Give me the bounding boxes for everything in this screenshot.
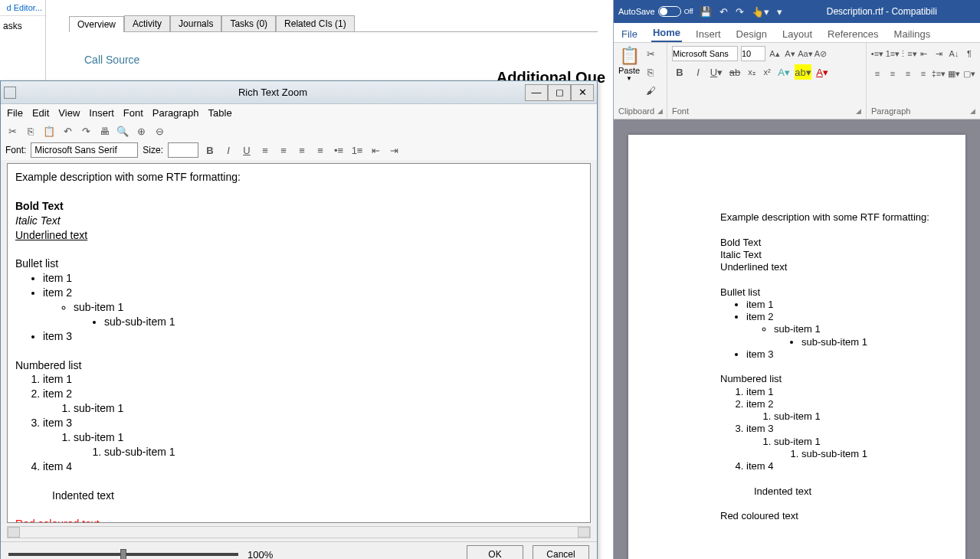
- underline-button[interactable]: U▾: [709, 64, 724, 80]
- ribbon-tab-design[interactable]: Design: [735, 26, 769, 42]
- zoom-out-icon[interactable]: ⊖: [152, 124, 166, 138]
- clipboard-dialog-launcher-icon[interactable]: ◢: [657, 107, 663, 115]
- word-document-area[interactable]: Example description with some RTF format…: [614, 119, 980, 559]
- subscript-button[interactable]: x₂: [746, 64, 758, 80]
- cut-icon[interactable]: ✂: [5, 124, 19, 138]
- clear-formatting-icon[interactable]: A⊘: [814, 46, 827, 61]
- format-painter-icon[interactable]: 🖌: [643, 83, 658, 98]
- minimize-button[interactable]: —: [525, 84, 548, 101]
- outdent-icon[interactable]: ⇤: [369, 143, 382, 157]
- menu-paragraph[interactable]: Paragraph: [152, 107, 199, 119]
- cut-icon[interactable]: ✂: [643, 46, 658, 61]
- superscript-button[interactable]: x²: [761, 64, 773, 80]
- align-right-icon[interactable]: ≡: [295, 143, 309, 157]
- tab-journals[interactable]: Journals: [170, 15, 221, 31]
- font-dialog-launcher-icon[interactable]: ◢: [856, 107, 861, 115]
- menu-edit[interactable]: Edit: [32, 107, 49, 119]
- bold-button[interactable]: B: [203, 143, 217, 157]
- ok-button[interactable]: OK: [467, 545, 523, 559]
- undo-icon[interactable]: ↶: [61, 124, 74, 138]
- ribbon-tab-home[interactable]: Home: [651, 25, 682, 42]
- editor-numbered-header: Numbered list: [15, 358, 582, 373]
- numbering-icon[interactable]: 1≡▾: [887, 46, 899, 61]
- bullet-list-icon[interactable]: •≡: [332, 143, 346, 157]
- find-icon[interactable]: 🔍: [116, 124, 129, 138]
- close-button[interactable]: ✕: [571, 84, 594, 101]
- menu-insert[interactable]: Insert: [89, 107, 114, 119]
- ribbon-tab-references[interactable]: References: [826, 26, 880, 42]
- change-case-icon[interactable]: Aa▾: [799, 46, 811, 61]
- align-left-icon[interactable]: ≡: [258, 143, 272, 157]
- menu-file[interactable]: File: [7, 107, 23, 119]
- word-page[interactable]: Example description with some RTF format…: [628, 135, 965, 559]
- font-size-select[interactable]: [168, 142, 198, 158]
- horizontal-scrollbar[interactable]: [7, 526, 591, 538]
- cancel-button[interactable]: Cancel: [533, 545, 589, 559]
- multilevel-icon[interactable]: ⋮≡▾: [902, 46, 914, 61]
- menu-table[interactable]: Table: [208, 107, 232, 119]
- ribbon-tab-file[interactable]: File: [620, 26, 639, 42]
- menu-view[interactable]: View: [58, 107, 80, 119]
- tab-related-cis[interactable]: Related CIs (1): [276, 15, 355, 31]
- tab-tasks[interactable]: Tasks (0): [221, 15, 276, 31]
- copy-icon[interactable]: ⎘: [643, 64, 658, 80]
- zoom-in-icon[interactable]: ⊕: [134, 124, 148, 138]
- font-color-icon[interactable]: A▾: [814, 64, 830, 80]
- text-effects-icon[interactable]: A▾: [776, 64, 792, 80]
- paragraph-dialog-launcher-icon[interactable]: ◢: [970, 107, 975, 115]
- borders-icon[interactable]: ▢▾: [963, 66, 975, 81]
- paste-button[interactable]: 📋 Paste ▼: [618, 46, 640, 98]
- list-item: sub-sub-item 1: [104, 445, 582, 459]
- editor-link[interactable]: d Editor...: [0, 0, 45, 16]
- grow-font-icon[interactable]: A▴: [769, 46, 781, 61]
- indent-icon[interactable]: ⇥: [387, 143, 401, 157]
- touch-mode-icon[interactable]: 👆▾: [752, 6, 769, 18]
- autosave-toggle[interactable]: AutoSave Off: [618, 6, 693, 17]
- copy-icon[interactable]: ⎘: [24, 124, 38, 138]
- shrink-font-icon[interactable]: A▾: [784, 46, 796, 61]
- line-spacing-icon[interactable]: ‡≡▾: [932, 66, 945, 81]
- align-justify-icon[interactable]: ≡: [313, 143, 327, 157]
- font-family-select[interactable]: [31, 142, 138, 158]
- highlight-icon[interactable]: ab▾: [795, 64, 811, 80]
- autosave-switch[interactable]: [658, 6, 681, 17]
- tab-overview[interactable]: Overview: [69, 16, 124, 32]
- align-center-icon[interactable]: ≡: [277, 143, 290, 157]
- redo-icon[interactable]: ↷: [79, 124, 93, 138]
- tab-activity[interactable]: Activity: [124, 15, 170, 31]
- show-marks-icon[interactable]: ¶: [963, 46, 975, 61]
- print-icon[interactable]: 🖶: [97, 124, 111, 138]
- font-size-select[interactable]: [741, 46, 765, 61]
- redo-icon[interactable]: ↷: [736, 6, 744, 18]
- list-item: item 1: [746, 386, 965, 398]
- number-list-icon[interactable]: 1≡: [350, 143, 364, 157]
- align-left-icon[interactable]: ≡: [871, 66, 883, 81]
- menu-font[interactable]: Font: [123, 107, 143, 119]
- save-icon[interactable]: 💾: [700, 6, 712, 18]
- undo-icon[interactable]: ↶: [719, 6, 728, 18]
- rtz-editor-area[interactable]: Example description with some RTF format…: [7, 163, 591, 523]
- font-name-select[interactable]: [672, 46, 738, 61]
- decrease-indent-icon[interactable]: ⇤: [917, 46, 929, 61]
- strikethrough-button[interactable]: ab: [727, 64, 742, 80]
- underline-button[interactable]: U: [240, 143, 254, 157]
- italic-button[interactable]: I: [221, 143, 235, 157]
- shading-icon[interactable]: ▦▾: [948, 66, 960, 81]
- sort-icon[interactable]: A↓: [948, 46, 960, 61]
- paste-icon[interactable]: 📋: [42, 124, 56, 138]
- maximize-button[interactable]: ◻: [548, 84, 571, 101]
- system-icon[interactable]: [4, 87, 16, 99]
- left-item-tasks[interactable]: asks: [0, 16, 45, 36]
- ribbon-tab-insert[interactable]: Insert: [694, 26, 723, 42]
- increase-indent-icon[interactable]: ⇥: [932, 46, 945, 61]
- italic-button[interactable]: I: [690, 64, 706, 80]
- align-right-icon[interactable]: ≡: [902, 66, 914, 81]
- bullets-icon[interactable]: •≡▾: [871, 46, 883, 61]
- align-center-icon[interactable]: ≡: [887, 66, 899, 81]
- bold-button[interactable]: B: [672, 64, 687, 80]
- zoom-slider[interactable]: [8, 553, 238, 556]
- qat-customize-icon[interactable]: ▾: [777, 6, 782, 18]
- align-justify-icon[interactable]: ≡: [917, 66, 929, 81]
- ribbon-tab-layout[interactable]: Layout: [781, 26, 814, 42]
- ribbon-tab-mailings[interactable]: Mailings: [893, 26, 932, 42]
